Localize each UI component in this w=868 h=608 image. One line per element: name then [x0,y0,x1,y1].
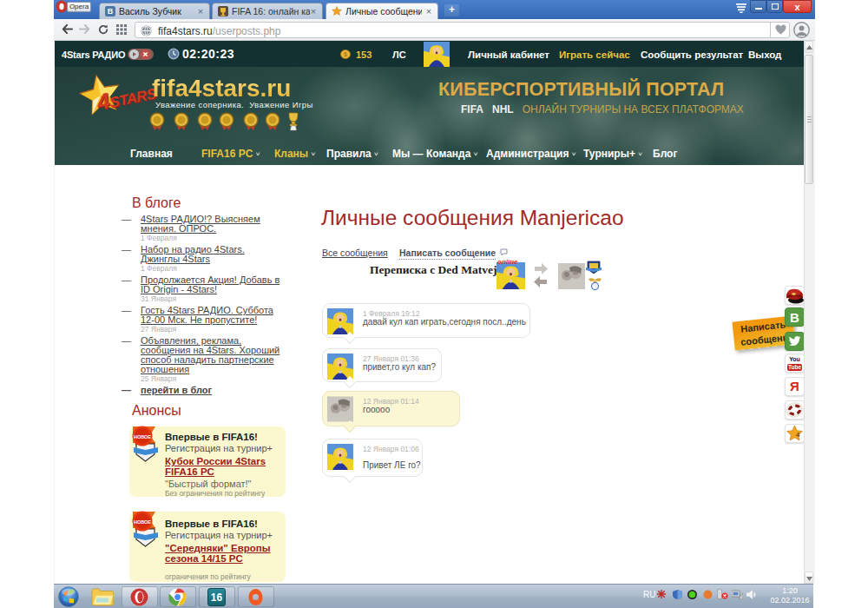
svg-text:НОВОЕ: НОВОЕ [134,519,151,525]
svg-text:$: $ [344,51,347,58]
svg-text:4: 4 [796,431,800,439]
svg-text:НОВОЕ: НОВОЕ [134,434,151,439]
